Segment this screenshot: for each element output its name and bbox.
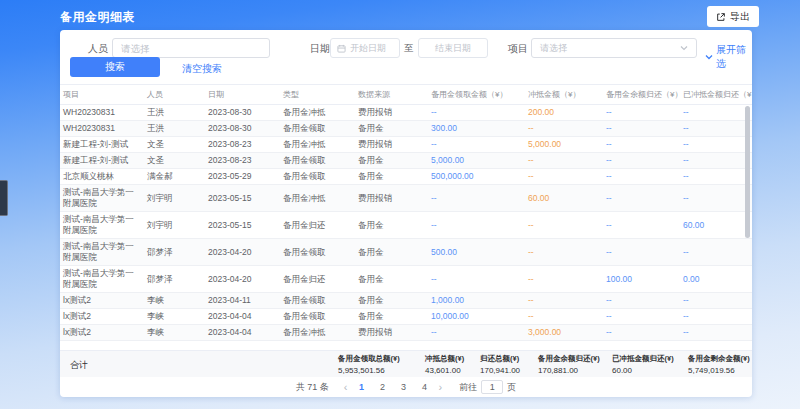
cell-type: 备用金领取 <box>280 293 355 309</box>
column-header: 人员 <box>144 85 205 105</box>
expand-filters-link[interactable]: 展开筛选 <box>705 43 752 71</box>
cell-balance_returned: -- <box>603 293 680 309</box>
cell-offset: -- <box>525 121 603 137</box>
cell-date: 2023-04-20 <box>205 239 280 266</box>
prev-page-button[interactable]: ‹ <box>342 380 350 394</box>
cell-date: 2023-04-20 <box>205 266 280 293</box>
project-placeholder: 请选择 <box>540 42 567 55</box>
cell-date: 2023-04-04 <box>205 325 280 341</box>
cell-type: 备用金冲抵 <box>280 325 355 341</box>
cell-source: 备用金 <box>355 121 428 137</box>
table-row: 新建工程-刘-测试文圣2023-08-23备用金冲抵费用报销--5,000.00… <box>60 137 752 153</box>
person-filter-input[interactable] <box>112 38 270 58</box>
expand-filters-label: 展开筛选 <box>716 43 752 71</box>
cell-project: lx测试2 <box>60 293 144 309</box>
page-button[interactable]: 4 <box>418 380 432 394</box>
table-row: 测试-南昌大学第一附属医院刘宇明2023-05-15备用金归还备用金------… <box>60 212 752 239</box>
date-filter-label: 日期 <box>310 42 330 56</box>
total-item-value: 5,953,501.56 <box>338 366 400 375</box>
total-item-label: 备用金余额归还(¥) <box>538 354 600 364</box>
cell-offset: -- <box>525 169 603 185</box>
total-item: 备用金剩余金额(¥)5,749,019.56 <box>688 354 750 375</box>
collapsed-sidebar-handle[interactable] <box>0 180 8 216</box>
cell-date: 2023-08-23 <box>205 153 280 169</box>
column-header: 冲抵金额（¥） <box>525 85 603 105</box>
cell-project: lx测试2 <box>60 309 144 325</box>
cell-source: 备用金 <box>355 293 428 309</box>
cell-balance_returned: -- <box>603 153 680 169</box>
date-end-placeholder: 结束日期 <box>435 42 471 55</box>
total-item-label: 归还总额(¥) <box>480 354 520 364</box>
page-button[interactable]: 1 <box>355 380 369 394</box>
cell-source: 备用金 <box>355 153 428 169</box>
data-table: 项目人员日期类型数据来源备用金领取金额（¥）冲抵金额（¥）备用金余额归还（¥）已… <box>60 84 752 350</box>
total-item: 已冲抵金额归还(¥)60.00 <box>612 354 674 375</box>
column-header: 备用金领取金额（¥） <box>428 85 525 105</box>
cell-person: 文圣 <box>144 137 205 153</box>
vertical-scrollbar[interactable] <box>745 106 750 238</box>
cell-offset: -- <box>525 309 603 325</box>
table-row: WH20230831王洪2023-08-30备用金冲抵费用报销--200.00-… <box>60 105 752 121</box>
table-row: 北京顺义桃林满金郝2023-05-29备用金领取备用金500,000.00---… <box>60 169 752 185</box>
cell-date: 2023-08-23 <box>205 137 280 153</box>
cell-offset_returned: -- <box>680 137 752 153</box>
cell-person: 满金郝 <box>144 169 205 185</box>
totals-label: 合计 <box>70 359 88 372</box>
cell-received: -- <box>428 325 525 341</box>
search-button[interactable]: 搜索 <box>70 57 160 77</box>
date-start-input[interactable]: 开始日期 <box>330 38 400 58</box>
goto-label: 前往 <box>459 381 477 394</box>
person-filter-label: 人员 <box>88 42 108 56</box>
table-row: lx测试2李峡2023-04-11备用金领取备用金1,000.00------ <box>60 293 752 309</box>
cell-person: 李峡 <box>144 325 205 341</box>
date-separator: 至 <box>404 42 414 55</box>
column-header: 数据来源 <box>355 85 428 105</box>
total-item-label: 备用金剩余金额(¥) <box>688 354 750 364</box>
cell-balance_returned: -- <box>603 185 680 212</box>
page-button[interactable]: 3 <box>397 380 411 394</box>
cell-received: 10,000.00 <box>428 309 525 325</box>
next-page-button[interactable]: › <box>437 380 445 394</box>
cell-type: 备用金归还 <box>280 212 355 239</box>
page-button[interactable]: 2 <box>376 380 390 394</box>
cell-offset_returned: -- <box>680 185 752 212</box>
cell-source: 费用报销 <box>355 185 428 212</box>
cell-person: 王洪 <box>144 121 205 137</box>
column-header: 日期 <box>205 85 280 105</box>
cell-type: 备用金领取 <box>280 239 355 266</box>
date-start-placeholder: 开始日期 <box>350 42 386 55</box>
cell-offset_returned: -- <box>680 239 752 266</box>
total-item-value: 170,881.00 <box>538 366 600 375</box>
clear-search-link[interactable]: 清空搜索 <box>182 62 222 76</box>
cell-balance_returned: -- <box>603 105 680 121</box>
project-filter-select[interactable]: 请选择 <box>531 38 697 58</box>
cell-received: -- <box>428 105 525 121</box>
cell-date: 2023-05-29 <box>205 169 280 185</box>
cell-type: 备用金领取 <box>280 309 355 325</box>
cell-balance_returned: -- <box>603 137 680 153</box>
goto-page-input[interactable] <box>481 380 503 394</box>
cell-received: 500.00 <box>428 239 525 266</box>
total-item-value: 60.00 <box>612 366 674 375</box>
project-filter-label: 项目 <box>508 42 528 56</box>
column-header: 备用金余额归还（¥） <box>603 85 680 105</box>
cell-project: lx测试2 <box>60 325 144 341</box>
cell-offset: -- <box>525 293 603 309</box>
date-end-input[interactable]: 结束日期 <box>418 38 488 58</box>
cell-offset_returned: -- <box>680 325 752 341</box>
export-label: 导出 <box>730 10 750 24</box>
cell-person: 邵梦泽 <box>144 266 205 293</box>
column-header: 已冲抵金额归还（¥） <box>680 85 752 105</box>
cell-offset_returned: -- <box>680 293 752 309</box>
cell-person: 李峡 <box>144 309 205 325</box>
export-button[interactable]: 导出 <box>707 6 759 27</box>
cell-source: 备用金 <box>355 239 428 266</box>
cell-offset: -- <box>525 266 603 293</box>
cell-source: 备用金 <box>355 309 428 325</box>
cell-offset_returned: -- <box>680 153 752 169</box>
cell-date: 2023-04-04 <box>205 309 280 325</box>
cell-person: 邵梦泽 <box>144 239 205 266</box>
cell-project: 测试-南昌大学第一附属医院 <box>60 266 144 293</box>
page-buttons: 1234 <box>355 380 432 394</box>
cell-offset_returned: -- <box>680 105 752 121</box>
